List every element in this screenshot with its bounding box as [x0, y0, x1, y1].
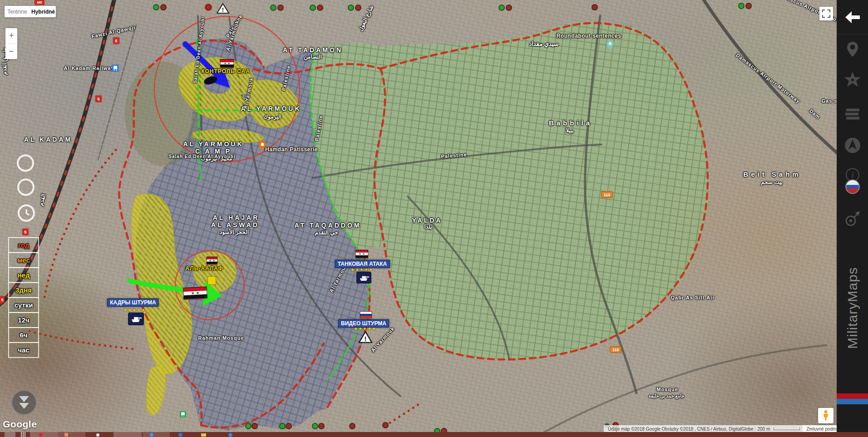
google-logo[interactable]: Google [3, 419, 37, 430]
warning-triangle-icon[interactable]: ! [216, 3, 230, 14]
taskbar-app[interactable] [143, 432, 170, 437]
district-label: Beit Sahm [743, 170, 801, 178]
time-filter-1h[interactable]: час [8, 342, 39, 358]
event-dot-green[interactable] [310, 5, 316, 11]
scale-bar [774, 427, 800, 430]
syria-flag-icon: ★ ★ [183, 287, 207, 300]
taskbar-app[interactable] [30, 432, 58, 437]
navigation-compass-icon[interactable] [843, 135, 863, 157]
event-starburst-red[interactable] [205, 4, 212, 10]
map-type-control: Terénne Hybridné [5, 6, 56, 17]
taskbar-icon[interactable] [64, 433, 68, 437]
brand-vertical-text: MilitaryMaps [837, 229, 868, 386]
zoom-out-button[interactable]: − [5, 44, 17, 60]
scroll-down-button[interactable] [11, 390, 37, 415]
taskbar-icon[interactable] [5, 432, 15, 437]
svg-text:!: ! [365, 335, 367, 343]
event-dot-red[interactable] [349, 423, 355, 429]
fort-icon [207, 276, 216, 285]
zoom-in-button[interactable]: + [5, 28, 17, 44]
event-dot-red[interactable] [318, 423, 325, 429]
svg-text:!: ! [222, 6, 224, 13]
time-filter-12h[interactable]: 12ч [8, 312, 39, 328]
map-type-hybrid-button[interactable]: Hybridné [30, 6, 56, 17]
event-dot-red[interactable] [277, 5, 284, 11]
map-data-attribution: Údaje máp ©2018 Google Obrázky ©2018 , C… [606, 427, 755, 432]
district-label: AL KADAM [24, 136, 72, 143]
event-dot-red[interactable] [382, 422, 389, 428]
taskbar-icon-ie[interactable] [178, 433, 182, 437]
warning-triangle-icon[interactable]: ! [358, 331, 373, 343]
event-dot-green[interactable] [270, 5, 276, 11]
svg-text:i: i [851, 170, 853, 180]
event-dot-red[interactable] [355, 5, 361, 11]
route-110-badge: 110 [610, 346, 621, 353]
event-dot-green[interactable] [279, 423, 286, 429]
district-label: AL YARMOUK [241, 105, 301, 112]
tank-icon[interactable] [356, 272, 371, 283]
time-filter-month[interactable]: мес [8, 252, 39, 268]
location-pin-icon[interactable] [843, 40, 862, 60]
taskbar-app[interactable] [113, 432, 142, 437]
route-5-badge: 5 [22, 228, 29, 235]
terms-link[interactable]: Zmluvné podmienky [803, 425, 837, 432]
taskbar-icon[interactable] [96, 433, 99, 437]
taskbar-app[interactable] [58, 432, 85, 437]
event-dot-red[interactable] [745, 3, 752, 9]
windows-taskbar[interactable] [0, 432, 868, 437]
russia-language-flag-icon[interactable] [845, 179, 860, 194]
map-type-terrain-button[interactable]: Terénne [5, 6, 30, 17]
event-label[interactable]: КАДРЫ ШТУРМА [107, 298, 158, 307]
railway-station-icon [112, 65, 119, 72]
russia-flag-icon [360, 311, 372, 318]
time-filter-24h[interactable]: сутки [8, 297, 39, 313]
taskbar-icon[interactable] [150, 433, 153, 437]
street-label: Al Kadam Railway [64, 65, 114, 71]
time-filter-6h[interactable]: 6ч [8, 327, 39, 343]
event-dot-red[interactable] [160, 4, 167, 10]
district-label: AL HAJAR [213, 214, 260, 221]
tank-icon[interactable] [128, 313, 144, 325]
poi-label[interactable]: Hamdan Patisserie [265, 146, 318, 153]
time-filter-week[interactable]: нед [8, 267, 39, 283]
back-arrow-icon[interactable] [843, 8, 862, 28]
district-label: AL ASWAD [211, 221, 259, 228]
district-label: YALDA [412, 217, 443, 224]
blue-stripe [837, 399, 868, 404]
event-dot-green[interactable] [312, 423, 318, 429]
district-label-ar: بيت سحم [761, 179, 783, 185]
star-icon[interactable] [843, 70, 862, 91]
menu-icon[interactable] [843, 105, 862, 125]
taskbar-icon-folder[interactable] [201, 433, 206, 437]
taskbar-icon[interactable] [39, 433, 43, 437]
event-dot-red[interactable] [592, 4, 598, 10]
event-dot-green[interactable] [348, 5, 354, 11]
taskbar-icon[interactable] [21, 432, 26, 437]
zoom-control: + − [5, 28, 17, 59]
event-dot-red[interactable] [286, 423, 292, 429]
taskbar-icon[interactable] [228, 433, 232, 437]
poi-marker-roundabout[interactable] [607, 40, 614, 50]
chevron-down-icon [19, 396, 29, 402]
event-dot-red[interactable] [317, 5, 323, 11]
time-filter-year[interactable]: год [8, 237, 39, 253]
poi-label: Rahman Mosque [198, 335, 244, 341]
map-tool-circle-1[interactable] [17, 154, 34, 172]
fullscreen-button[interactable] [819, 7, 833, 20]
syria-flag-icon: ★ ★ [207, 257, 217, 264]
map-tool-circle-2[interactable] [17, 179, 35, 196]
time-filter-3days[interactable]: 3дня [8, 282, 39, 298]
clock-tool-icon[interactable] [18, 204, 35, 222]
poi-label[interactable]: Roundabout sentences [557, 33, 621, 39]
pegman-button[interactable] [818, 408, 833, 423]
target-locate-icon[interactable] [843, 209, 863, 231]
event-dot-green[interactable] [245, 423, 252, 429]
event-dot-green[interactable] [498, 5, 505, 11]
map-canvas[interactable]: AL KADAM AT TADAMON التضامن AL YARMOUK ا… [0, 0, 837, 437]
event-dot-red[interactable] [252, 423, 258, 429]
event-dot-green[interactable] [153, 4, 159, 10]
event-dot-red[interactable] [506, 5, 512, 11]
event-dot-green[interactable] [738, 3, 745, 9]
scale-label: 200 m [755, 427, 772, 432]
m5-badge: M5 [35, 0, 44, 5]
